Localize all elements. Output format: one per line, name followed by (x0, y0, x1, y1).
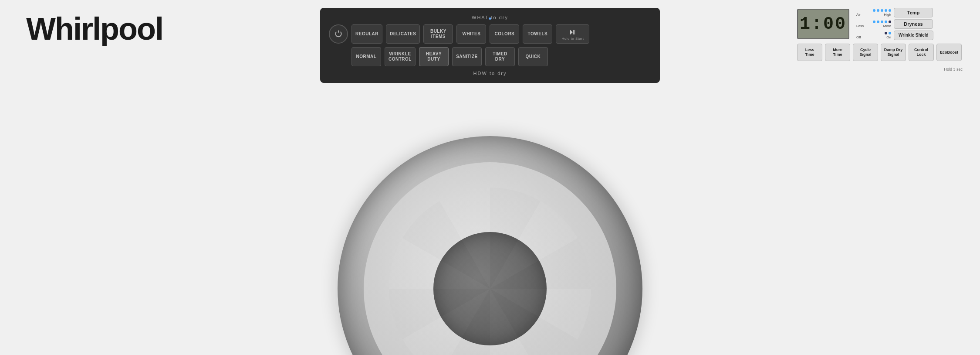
temp-button[interactable]: Temp (894, 8, 933, 17)
cycle-normal[interactable]: NORMAL (351, 47, 381, 66)
cycle-heavy-duty[interactable]: HEAVYDUTY (419, 47, 449, 66)
drum-area (0, 100, 980, 355)
cycle-row-1: REGULAR DELICATES BULKYITEMS WHITES COLO… (329, 24, 651, 44)
drum-center (433, 232, 547, 345)
temp-dot-2 (877, 9, 879, 12)
dry-dot-2 (877, 20, 879, 23)
wrinkle-dot-1 (885, 32, 887, 34)
power-button[interactable] (329, 24, 348, 44)
cycle-colors[interactable]: COLORS (490, 24, 519, 44)
cycle-bulky-items[interactable]: BULKYITEMS (423, 24, 453, 44)
cycle-delicates[interactable]: DELICATES (386, 24, 420, 44)
dry-dot-1 (873, 20, 875, 23)
dry-dot-5 (889, 20, 891, 23)
time-display: 1:00 (797, 9, 849, 39)
front-panel: Whirlpool WHAT to dry REGULAR DELICATES … (0, 0, 980, 355)
hold-label: Hold 3 sec (944, 67, 963, 72)
cycle-sanitize[interactable]: SANITIZE (452, 47, 482, 66)
cycle-signal-button[interactable]: CycleSignal (853, 44, 878, 61)
cycle-quick[interactable]: QUICK (518, 47, 548, 66)
led-indicator (489, 17, 491, 20)
center-control-panel: WHAT to dry REGULAR DELICATES BULKYITEMS… (320, 8, 660, 83)
wrinkle-shield-button[interactable]: Wrinkle Shield (894, 31, 933, 40)
right-bottom-row: LessTime MoreTime CycleSignal Damp DrySi… (797, 44, 963, 61)
cycle-wrinkle-control[interactable]: WRINKLECONTROL (385, 47, 416, 66)
dry-dot-4 (885, 20, 887, 23)
logo-area: Whirlpool (26, 13, 157, 44)
panel-bottom-label: HDW to dry (329, 71, 651, 76)
less-time-button[interactable]: LessTime (797, 44, 822, 61)
drum-inner (364, 162, 616, 355)
more-time-button[interactable]: MoreTime (825, 44, 850, 61)
start-label: Hold to Start (561, 37, 584, 41)
right-control-panel: 1:00 (797, 8, 963, 72)
on-label: On (886, 35, 891, 39)
cycle-timed-dry[interactable]: TIMEDDRY (485, 47, 515, 66)
control-lock-button[interactable]: ControlLock (909, 44, 934, 61)
cycle-row-2: NORMAL WRINKLECONTROL HEAVYDUTY SANITIZE… (329, 47, 651, 66)
drum-outer-ring (338, 136, 642, 355)
play-pause-icon: ⏯ (569, 27, 577, 37)
damp-dry-signal-button[interactable]: Damp DrySignal (881, 44, 906, 61)
dry-dot-3 (881, 20, 883, 23)
brand-logo: Whirlpool (26, 13, 157, 44)
temp-dot-1 (873, 9, 875, 12)
start-button[interactable]: ⏯ Hold to Start (556, 24, 589, 44)
wrinkle-dot-2 (889, 32, 891, 34)
cycle-towels[interactable]: TOWELS (523, 24, 552, 44)
air-label: Air (856, 13, 861, 17)
dryer-appliance: Whirlpool WHAT to dry REGULAR DELICATES … (0, 0, 980, 355)
cycle-whites[interactable]: WHITES (456, 24, 486, 44)
high-label: High (884, 13, 891, 17)
right-top-row: 1:00 (797, 8, 963, 40)
less-label: Less (856, 24, 864, 28)
cycle-regular[interactable]: REGULAR (351, 24, 382, 44)
eco-boost-button[interactable]: EcoBoost (936, 44, 962, 61)
temp-dot-3 (881, 9, 883, 12)
temp-dot-4 (885, 9, 887, 12)
off-label: Off (856, 35, 861, 39)
dryness-button[interactable]: Dryness (894, 19, 933, 29)
more-label: More (883, 24, 891, 28)
temp-dot-5 (889, 9, 891, 12)
